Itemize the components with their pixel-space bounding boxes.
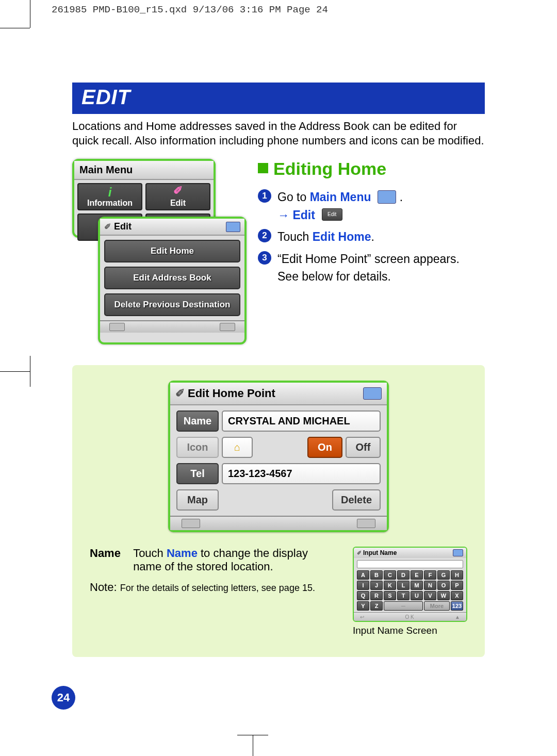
note-text: Note: For the details of selecting lette…: [90, 581, 340, 594]
edit-menu-screenshot: Edit Edit Home Edit Address Book Delete …: [98, 217, 247, 344]
edit-home-point-title-text: Edit Home Point: [188, 387, 275, 400]
menu-icon[interactable]: [226, 222, 240, 232]
keyboard-footer: ↩ O K ▲: [354, 612, 466, 621]
home-icon[interactable]: ⌂: [222, 437, 253, 458]
main-menu-title: Main Menu: [74, 161, 214, 180]
key-x[interactable]: X: [451, 591, 463, 600]
main-menu-information-button[interactable]: Information: [77, 183, 142, 210]
editing-home-heading-text: Editing Home: [273, 159, 386, 178]
edit-icon: Edit: [322, 208, 342, 221]
details-panel: Edit Home Point Name CRYSTAL AND MICHAEL…: [72, 365, 485, 657]
print-header: 261985 PMD-B100_r15.qxd 9/13/06 3:16 PM …: [52, 4, 328, 15]
key-q[interactable]: Q: [357, 591, 369, 600]
step-number-1: 1: [258, 189, 271, 203]
key-numbers[interactable]: 123: [451, 601, 463, 611]
input-name-title-text: Input Name: [363, 549, 397, 556]
icon-label-button: Icon: [176, 437, 219, 458]
device-footer: [100, 320, 244, 333]
tel-label-button[interactable]: Tel: [176, 463, 219, 484]
key-l[interactable]: L: [397, 581, 409, 590]
ok-button[interactable]: O K: [405, 614, 414, 620]
map-button[interactable]: Map: [176, 489, 219, 511]
edit-home-point-screenshot: Edit Home Point Name CRYSTAL AND MICHAEL…: [168, 381, 389, 532]
edit-menu-title-text: Edit: [114, 221, 132, 232]
key-g[interactable]: G: [437, 570, 450, 580]
editing-home-heading: Editing Home: [258, 159, 485, 179]
key-i[interactable]: I: [357, 581, 369, 590]
main-menu-link: Main Menu: [310, 190, 371, 204]
key-d[interactable]: D: [397, 570, 409, 580]
keyboard-grid: A B C D E F G H I J K L M N O: [357, 570, 463, 611]
key-k[interactable]: K: [384, 581, 396, 590]
arrow-icon: →: [277, 208, 292, 222]
name-label-button[interactable]: Name: [176, 410, 219, 432]
key-e[interactable]: E: [411, 570, 423, 580]
menu-icon[interactable]: [453, 549, 463, 556]
forward-icon[interactable]: [220, 323, 235, 331]
key-space[interactable]: ─: [384, 601, 423, 611]
key-m[interactable]: M: [411, 581, 423, 590]
delete-previous-destination-button[interactable]: Delete Previous Destination: [104, 293, 240, 316]
step-1-text: Go to Main Menu . → Edit Edit: [277, 188, 403, 224]
name-link: Name: [167, 547, 198, 560]
key-a[interactable]: A: [357, 570, 369, 580]
edit-home-link: Edit Home: [313, 230, 371, 243]
input-name-screenshot: Input Name A B C D E F G H I J: [353, 547, 467, 622]
menu-icon: [378, 190, 396, 204]
main-menu-edit-button[interactable]: Edit: [145, 183, 210, 210]
back-icon[interactable]: [182, 519, 200, 528]
key-o[interactable]: O: [437, 581, 450, 590]
name-label: Name: [90, 547, 130, 560]
key-u[interactable]: U: [411, 591, 423, 600]
key-t[interactable]: T: [397, 591, 409, 600]
key-v[interactable]: V: [424, 591, 436, 600]
input-name-caption: Input Name Screen: [353, 625, 467, 636]
page-number: 24: [52, 686, 75, 710]
input-name-title: Input Name: [354, 548, 466, 558]
key-p[interactable]: P: [451, 581, 463, 590]
key-z[interactable]: Z: [370, 601, 383, 611]
forward-icon[interactable]: ▲: [455, 614, 460, 620]
step-number-2: 2: [258, 229, 271, 242]
step-2-text: Touch Edit Home.: [277, 228, 374, 246]
device-footer: [170, 516, 387, 530]
edit-link: Edit: [292, 208, 315, 222]
icon-on-button[interactable]: On: [307, 437, 342, 458]
delete-button[interactable]: Delete: [332, 489, 381, 511]
step-number-3: 3: [258, 251, 271, 265]
square-bullet-icon: [258, 163, 268, 173]
step-3-text: “Edit Home Point” screen appears. See be…: [277, 250, 460, 286]
input-field[interactable]: [357, 560, 463, 568]
key-b[interactable]: B: [370, 570, 383, 580]
edit-address-book-button[interactable]: Edit Address Book: [104, 267, 240, 289]
edit-home-button[interactable]: Edit Home: [104, 240, 240, 262]
key-h[interactable]: H: [451, 570, 463, 580]
key-s[interactable]: S: [384, 591, 396, 600]
key-r[interactable]: R: [370, 591, 383, 600]
key-n[interactable]: N: [424, 581, 436, 590]
key-j[interactable]: J: [370, 581, 383, 590]
section-title-bar: EDIT: [72, 83, 485, 114]
back-icon[interactable]: [109, 323, 125, 331]
intro-paragraph: Locations and Home addresses saved in th…: [72, 119, 485, 147]
edit-home-point-title: Edit Home Point: [170, 383, 387, 405]
menu-icon[interactable]: [363, 387, 382, 400]
key-y[interactable]: Y: [357, 601, 369, 611]
key-c[interactable]: C: [384, 570, 396, 580]
tel-value-field[interactable]: 123-123-4567: [222, 463, 381, 484]
name-description: Name Touch Name to change the display na…: [90, 547, 340, 636]
edit-menu-title: Edit: [100, 219, 244, 236]
key-more[interactable]: More: [424, 601, 450, 611]
key-w[interactable]: W: [437, 591, 450, 600]
name-value-field[interactable]: CRYSTAL AND MICHAEL: [222, 410, 381, 432]
forward-icon[interactable]: [357, 519, 375, 528]
back-icon[interactable]: ↩: [360, 614, 364, 620]
icon-off-button[interactable]: Off: [346, 437, 381, 458]
key-f[interactable]: F: [424, 570, 436, 580]
